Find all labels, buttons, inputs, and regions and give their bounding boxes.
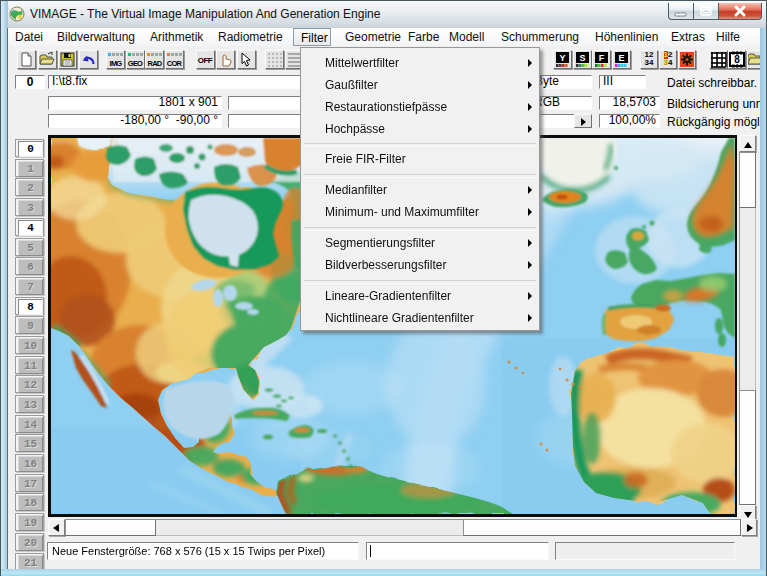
svg-text:E: E: [618, 53, 624, 63]
svg-text:F: F: [599, 53, 605, 63]
svg-text:S: S: [579, 53, 585, 63]
svg-text:8: 8: [734, 54, 740, 65]
svg-text:Y: Y: [559, 53, 565, 63]
